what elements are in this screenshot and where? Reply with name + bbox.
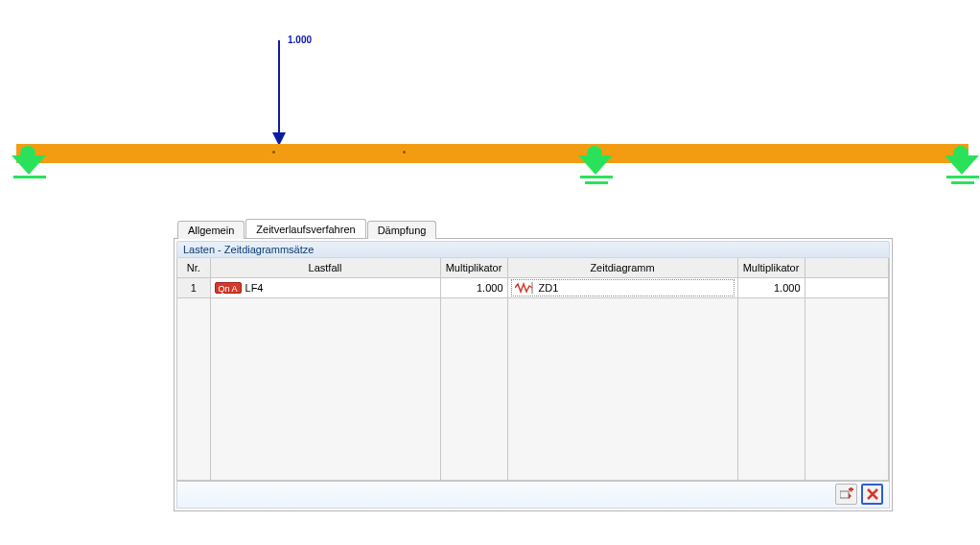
insert-icon [840, 487, 853, 501]
loadcase-badge: Qn A [215, 282, 242, 294]
table-header: Nr. Lastfall Multiplikator Zeitdiagramm … [177, 258, 889, 277]
col-header-mult1[interactable]: Multiplikator [440, 258, 507, 277]
loads-table: Nr. Lastfall Multiplikator Zeitdiagramm … [176, 258, 890, 482]
cell-extra[interactable] [805, 277, 889, 297]
svg-marker-4 [849, 493, 852, 499]
load-value-label: 1.000 [288, 35, 312, 45]
cell-mult1[interactable]: 1.000 [440, 277, 507, 297]
insert-row-button[interactable] [835, 484, 857, 505]
col-header-loadcase[interactable]: Lastfall [210, 258, 440, 277]
col-header-timediagram[interactable]: Zeitdiagramm [507, 258, 737, 277]
delete-row-button[interactable] [861, 484, 883, 505]
beam [16, 144, 968, 163]
cell-loadcase[interactable]: Qn A LF4 [210, 277, 440, 297]
table-empty-area [177, 297, 889, 480]
tab-bar: Allgemein Zeitverlaufsverfahren Dämpfung [174, 218, 893, 238]
tab-general[interactable]: Allgemein [177, 221, 245, 239]
cell-timediagram[interactable]: ZD1 [507, 277, 737, 297]
beam-node [403, 151, 406, 154]
col-header-extra[interactable] [805, 258, 889, 277]
beam-node [272, 151, 275, 154]
col-header-mult2[interactable]: Multiplikator [737, 258, 805, 277]
svg-rect-1 [840, 491, 849, 498]
wave-icon [515, 282, 534, 294]
tab-damping[interactable]: Dämpfung [367, 221, 437, 239]
cell-nr[interactable]: 1 [177, 277, 210, 297]
timediagram-name: ZD1 [539, 282, 559, 294]
cell-mult2[interactable]: 1.000 [737, 277, 805, 297]
settings-panel: Allgemein Zeitverlaufsverfahren Dämpfung… [174, 218, 893, 511]
beam-diagram: 1.000 [0, 0, 980, 201]
tab-time-history[interactable]: Zeitverlaufsverfahren [245, 219, 365, 238]
panel-footer [176, 482, 890, 509]
delete-icon [867, 488, 878, 500]
table-row[interactable]: 1 Qn A LF4 1.000 [177, 277, 889, 297]
col-header-nr[interactable]: Nr. [177, 258, 210, 277]
loadcase-name: LF4 [245, 282, 264, 294]
group-title: Lasten - Zeitdiagrammsätze [176, 241, 890, 258]
load-arrow-shaft [278, 40, 280, 134]
loads-groupbox: Lasten - Zeitdiagrammsätze Nr. Lastfall … [174, 238, 893, 511]
